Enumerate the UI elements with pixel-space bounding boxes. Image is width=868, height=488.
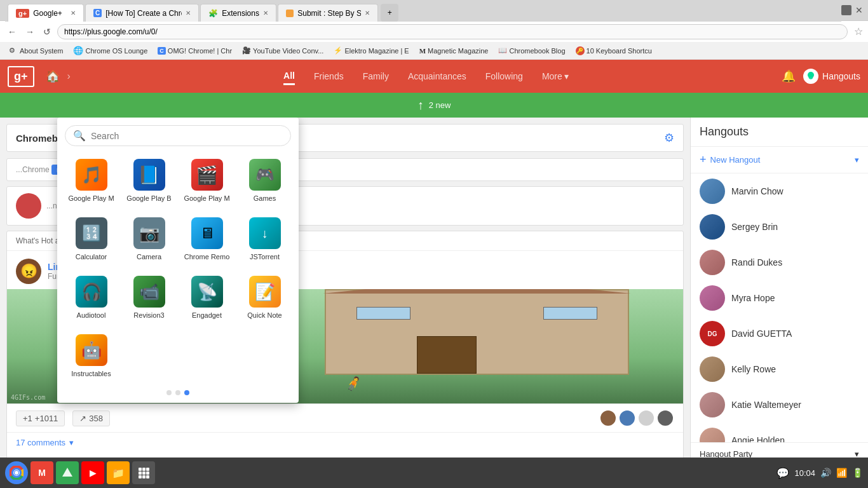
hangout-contact-david-guetta[interactable]: DG David GUETTA <box>691 316 868 351</box>
restore-button[interactable] <box>841 5 851 15</box>
app-audiotool[interactable]: 🎧 Audiotool <box>65 271 118 324</box>
nav-link-friends[interactable]: Friends <box>314 69 344 84</box>
svg-marker-5 <box>62 468 72 477</box>
page-dot-3[interactable] <box>184 390 189 395</box>
address-bar-input[interactable] <box>57 24 848 39</box>
hangout-contact-sergey[interactable]: Sergey Brin <box>691 209 868 245</box>
hangout-contact-marvin[interactable]: Marvin Chow <box>691 173 868 209</box>
bookmark-chromeos-lounge[interactable]: 🌐 Chrome OS Lounge <box>69 44 151 57</box>
nav-link-more[interactable]: More ▾ <box>542 69 569 84</box>
hangouts-panel: Hangouts + New Hangout ▾ Marvin Chow Ser… <box>690 118 868 465</box>
hangout-contact-myra[interactable]: Myra Hope <box>691 280 868 316</box>
app-label-instr: Instructables <box>71 370 111 377</box>
bookmark-youtube[interactable]: 🎥 YouTube Video Conv... <box>238 45 327 56</box>
contact-name-marvin: Marvin Chow <box>731 186 783 196</box>
svg-rect-11 <box>146 471 149 475</box>
bookmark-label-5: Magnetic Magazine <box>428 47 488 55</box>
app-camera[interactable]: 📷 Camera <box>123 212 175 266</box>
tab-close-button[interactable]: ✕ <box>71 10 76 17</box>
svg-rect-7 <box>142 468 146 471</box>
notification-bell-icon[interactable]: 🔔 <box>782 69 796 83</box>
gplus-logo[interactable]: g+ <box>8 66 34 87</box>
taskbar-gdrive-icon[interactable] <box>56 461 79 484</box>
nav-link-family[interactable]: Family <box>363 69 389 84</box>
tab-google-plus[interactable]: g+ Google+ ✕ <box>8 4 84 22</box>
hangout-contact-randi[interactable]: Randi Dukes <box>691 245 868 280</box>
bookmark-omg-chrome[interactable]: C OMG! Chrome! | Chr <box>154 46 236 56</box>
nav-link-acquaintances[interactable]: Acquaintances <box>408 69 466 84</box>
app-icon-gpb: 📘 <box>133 159 165 191</box>
bookmark-star-icon[interactable]: ☆ <box>854 25 863 37</box>
files-folder-icon: 📁 <box>112 467 125 479</box>
close-window-button[interactable]: ✕ <box>855 5 863 15</box>
app-revision3[interactable]: 📹 Revision3 <box>123 271 175 324</box>
launcher-search-input[interactable] <box>91 131 283 141</box>
page-dot-1[interactable] <box>166 390 172 395</box>
tab-submit[interactable]: Submit : Step By Step ✕ <box>278 4 378 22</box>
app-google-play-music[interactable]: 🎵 Google Play M <box>65 154 118 207</box>
tab3-close[interactable]: ✕ <box>263 10 268 17</box>
update-banner[interactable]: ↑ 2 new <box>0 93 868 118</box>
hangout-contact-kelly[interactable]: Kelly Rowe <box>691 351 868 387</box>
bookmark-elektro[interactable]: ⚡ Elektro Magazine | E <box>330 45 412 56</box>
app-launcher-popup: 🔍 🎵 Google Play M 📘 Google Play B 🎬 <box>57 118 299 403</box>
house-roof <box>323 289 631 294</box>
new-tab-button[interactable]: + <box>381 4 398 22</box>
launcher-pagination <box>65 390 291 395</box>
new-hangout-button[interactable]: + New Hangout ▾ <box>691 147 868 173</box>
wifi-icon[interactable]: 📶 <box>836 468 847 478</box>
app-games[interactable]: 🎮 Games <box>238 154 291 207</box>
share-button[interactable]: ↗ 358 <box>72 410 110 426</box>
volume-icon[interactable]: 🔊 <box>820 468 831 478</box>
hangout-contact-katie[interactable]: Katie Waltemeyer <box>691 387 868 423</box>
app-chrome-remote[interactable]: 🖥 Chrome Remo <box>180 212 233 266</box>
app-icon-js: ↓ <box>249 217 281 249</box>
app-label-gpb: Google Play B <box>126 194 171 202</box>
app-quick-note[interactable]: 📝 Quick Note <box>238 271 291 324</box>
app-label-qnote: Quick Note <box>247 311 281 319</box>
app-engadget[interactable]: 📡 Engadget <box>180 271 233 324</box>
partial-post-avatar <box>16 193 41 219</box>
bookmark-icon-5: M <box>419 47 426 55</box>
community-settings-icon[interactable]: ⚙ <box>664 131 674 145</box>
bookmark-keyboard[interactable]: 🔑 10 Keyboard Shortcu <box>572 45 656 57</box>
app-google-play-movies[interactable]: 🎬 Google Play M <box>180 154 233 207</box>
app-instructables[interactable]: 🤖 Instructables <box>65 329 118 383</box>
app-calculator[interactable]: 🔢 Calculator <box>65 212 118 266</box>
apps-grid: 🎵 Google Play M 📘 Google Play B 🎬 Google… <box>65 154 291 383</box>
bookmark-label-3: YouTube Video Conv... <box>253 47 323 55</box>
back-button[interactable]: ← <box>5 25 19 38</box>
tab-howto[interactable]: C [How To] Create a Chro... ✕ <box>85 4 199 22</box>
contact-name-david-g: David GUETTA <box>731 329 792 339</box>
taskbar-youtube-icon[interactable]: ▶ <box>81 461 104 484</box>
home-icon[interactable]: 🏠 <box>46 69 60 83</box>
bookmark-magnetic[interactable]: M Magnetic Magazine <box>416 46 492 56</box>
taskbar-chrome-icon[interactable] <box>5 461 28 484</box>
battery-icon[interactable]: 🔋 <box>852 468 863 478</box>
house-window-right <box>543 307 597 320</box>
refresh-button[interactable]: ↺ <box>41 25 53 38</box>
bookmark-chromebook-blog[interactable]: 📖 Chromebook Blog <box>494 45 569 56</box>
tab-extensions[interactable]: 🧩 Extensions ✕ <box>200 4 276 22</box>
app-jstorrent[interactable]: ↓ JSTorrent <box>238 212 291 266</box>
plusone-button[interactable]: +1 +1011 <box>16 410 65 426</box>
page-dot-2[interactable] <box>175 390 180 395</box>
hangout-contact-angie[interactable]: Angie Holden <box>691 423 868 442</box>
nav-link-following[interactable]: Following <box>485 69 523 84</box>
youtube-play-icon: ▶ <box>90 468 97 478</box>
bookmark-about-system[interactable]: ⚙ About System <box>5 45 67 57</box>
tab2-close[interactable]: ✕ <box>186 10 191 17</box>
taskbar-apps-icon[interactable] <box>132 461 155 484</box>
forward-button[interactable]: → <box>23 25 37 38</box>
nav-link-all[interactable]: All <box>283 68 295 85</box>
chat-icon[interactable]: 💬 <box>776 467 789 479</box>
app-google-play-books[interactable]: 📘 Google Play B <box>123 154 175 207</box>
taskbar-gmail-icon[interactable]: M <box>31 461 53 484</box>
app-label-gpmm: Google Play M <box>184 194 229 202</box>
hangouts-nav-button[interactable]: Hangouts <box>803 69 860 84</box>
app-label-eng: Engadget <box>192 311 222 319</box>
comments-bar[interactable]: 17 comments ▾ <box>7 432 683 452</box>
bookmark-label-0: About System <box>20 47 63 55</box>
taskbar-files-icon[interactable]: 📁 <box>107 461 130 484</box>
tab4-close[interactable]: ✕ <box>365 10 370 17</box>
